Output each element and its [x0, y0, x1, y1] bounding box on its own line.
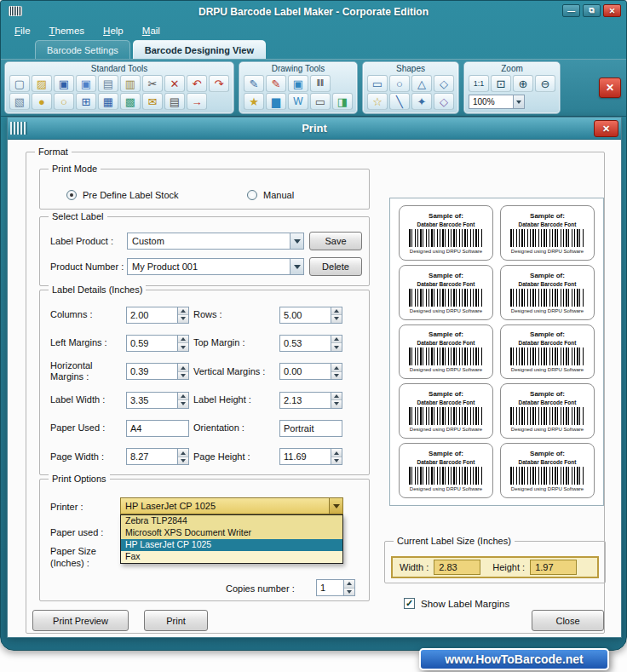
label-product-select[interactable]: Custom	[127, 233, 304, 250]
spinner-down-icon[interactable]	[178, 343, 188, 351]
save-all-icon[interactable]: ▣	[76, 75, 96, 92]
printer-icon[interactable]: ▤	[164, 93, 185, 110]
zoom-fit-icon[interactable]: ⊡	[491, 75, 511, 92]
menu-item-themes[interactable]: Themes	[41, 24, 94, 37]
spinner-up-icon[interactable]	[331, 393, 342, 401]
product-number-select[interactable]: My Product 001	[127, 258, 304, 275]
spinner-up-icon[interactable]	[331, 336, 342, 344]
menu-item-help[interactable]: Help	[95, 24, 132, 37]
ellipse-shape-icon[interactable]: ○	[389, 75, 410, 92]
spinner-arrows[interactable]	[177, 393, 188, 408]
menu-item-mail[interactable]: Mail	[134, 24, 169, 37]
spinner-arrows[interactable]	[331, 393, 342, 408]
horizontal-margins-field[interactable]: 0.39	[126, 363, 189, 380]
chevron-down-icon[interactable]	[513, 95, 524, 108]
save-icon[interactable]: ▣	[54, 75, 74, 92]
manual-radio[interactable]: Manual	[247, 190, 294, 200]
chart-tool-icon[interactable]: ▆	[266, 93, 286, 110]
spinner-arrows[interactable]	[343, 580, 354, 595]
delete-button[interactable]: Delete	[309, 257, 362, 276]
spinner-up-icon[interactable]	[178, 393, 188, 401]
page-width-field[interactable]: 8.27	[126, 448, 189, 465]
columns-field[interactable]: 2.00	[126, 307, 189, 324]
print-dialog-header[interactable]: Print ✕	[8, 118, 621, 140]
diamond-shape-icon[interactable]: ◇	[434, 75, 454, 92]
select-rect-icon[interactable]: ▭	[310, 93, 331, 110]
zoom-in-icon[interactable]: ⊕	[513, 75, 533, 92]
close-button[interactable]: Close	[532, 610, 604, 631]
rows-field[interactable]: 5.00	[279, 307, 342, 324]
spinner-down-icon[interactable]	[331, 343, 342, 351]
spinner-arrows[interactable]	[331, 449, 342, 464]
top-margin-field[interactable]: 0.53	[279, 335, 342, 352]
zoom-level-select[interactable]: 100%	[469, 95, 525, 109]
printer-option-fax[interactable]: Fax	[121, 551, 342, 563]
spinner-arrows[interactable]	[177, 307, 188, 323]
vertical-margins-field[interactable]: 0.00	[279, 363, 342, 380]
minimize-button[interactable]: —	[562, 4, 580, 17]
spinner-down-icon[interactable]	[178, 400, 188, 408]
spinner-up-icon[interactable]	[331, 307, 342, 316]
star-shape-icon[interactable]: ☆	[367, 93, 388, 110]
print-button[interactable]: Print	[144, 610, 208, 631]
tab-barcode-settings[interactable]: Barcode Settings	[35, 40, 130, 59]
spinner-arrows[interactable]	[177, 449, 188, 464]
lock-icon[interactable]: ●	[32, 93, 52, 110]
spinner-arrows[interactable]	[331, 307, 342, 323]
spinner-arrows[interactable]	[331, 336, 342, 351]
new-document-icon[interactable]: ▢	[9, 75, 30, 92]
spinner-up-icon[interactable]	[178, 364, 188, 372]
pen-tool-icon[interactable]: ✎	[266, 75, 286, 92]
rectangle-shape-icon[interactable]: ▭	[367, 75, 388, 92]
spinner-down-icon[interactable]	[178, 315, 188, 323]
printer-option-hp-laserjet-cp-1025[interactable]: HP LaserJet CP 1025	[121, 539, 342, 551]
show-label-margins-option[interactable]: Show Label Margins	[404, 598, 509, 609]
line-shape-icon[interactable]: ╲	[389, 93, 410, 110]
copy-icon[interactable]: ▤	[98, 75, 118, 92]
label-width-field[interactable]: 3.35	[126, 392, 189, 409]
printer-option-zebra-tlp2844[interactable]: Zebra TLP2844	[121, 515, 342, 527]
print-dialog-close-button[interactable]: ✕	[594, 120, 618, 137]
image-tool-icon[interactable]: ▣	[288, 75, 308, 92]
copies-number-input[interactable]: 1	[316, 579, 355, 596]
save-button[interactable]: Save	[309, 232, 362, 250]
spinner-up-icon[interactable]	[178, 336, 188, 344]
print-preview-icon[interactable]: ▧	[9, 93, 30, 110]
chevron-down-icon[interactable]	[290, 259, 303, 274]
barcode-tool-icon[interactable]: ‖‖	[310, 75, 331, 92]
layout-icon[interactable]: ▩	[120, 93, 141, 110]
picture-export-icon[interactable]: ◨	[332, 93, 353, 110]
spinner-up-icon[interactable]	[178, 449, 188, 457]
delete-icon[interactable]: ✕	[164, 75, 185, 92]
zoom-out-icon[interactable]: ⊖	[535, 75, 555, 92]
menu-item-file[interactable]: File	[6, 24, 39, 37]
spinner-down-icon[interactable]	[178, 457, 188, 465]
open-folder-icon[interactable]: ▨	[32, 75, 52, 92]
star-tool-icon[interactable]: ★	[244, 93, 264, 110]
exit-icon[interactable]: →	[187, 93, 207, 110]
spinner-down-icon[interactable]	[331, 400, 342, 408]
restore-button[interactable]: ⧉	[583, 4, 601, 17]
show-label-margins-checkbox[interactable]	[404, 598, 415, 609]
page-height-field[interactable]: 11.69	[279, 448, 342, 465]
title-bar[interactable]: DRPU Barcode Label Maker - Corporate Edi…	[1, 1, 626, 22]
printer-option-microsoft-xps-document-writer[interactable]: Microsoft XPS Document Writer	[121, 527, 342, 539]
zoom-one-to-one-icon[interactable]: 1:1	[469, 75, 489, 92]
text-tool-icon[interactable]: ✎	[244, 75, 264, 92]
triangle-shape-icon[interactable]: △	[411, 75, 432, 92]
spinner-down-icon[interactable]	[178, 372, 188, 380]
paste-icon[interactable]: ▥	[120, 75, 141, 92]
spinner-down-icon[interactable]	[331, 372, 342, 380]
watermark-badge[interactable]: www.HowToBarcode.net	[419, 648, 609, 670]
wordart-tool-icon[interactable]: W	[288, 93, 308, 110]
undo-icon[interactable]: ↶	[187, 75, 207, 92]
cut-icon[interactable]: ✂	[142, 75, 163, 92]
table-icon[interactable]: ▦	[98, 93, 118, 110]
left-margins-field[interactable]: 0.59	[126, 335, 189, 352]
ribbon-close-button[interactable]: ✕	[599, 78, 621, 98]
spinner-arrows[interactable]	[331, 364, 342, 379]
printer-select[interactable]: HP LaserJet CP 1025	[120, 497, 343, 514]
redo-icon[interactable]: ↷	[209, 75, 229, 92]
polygon-shape-icon[interactable]: ◇	[434, 93, 454, 110]
paper-used-field[interactable]: A4	[126, 420, 189, 437]
